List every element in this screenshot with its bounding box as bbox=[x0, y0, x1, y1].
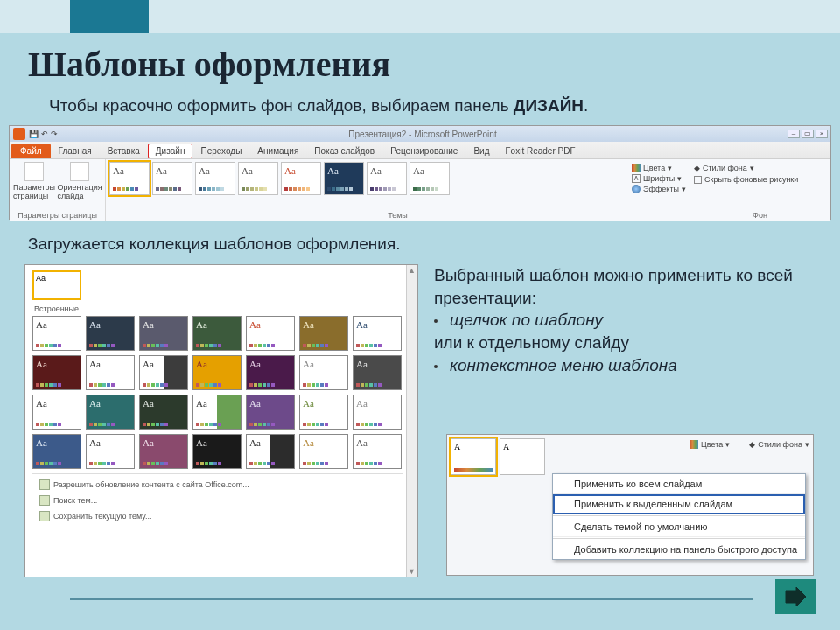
ctx-bgstyles-button[interactable]: ◆Стили фона ▾ bbox=[749, 440, 809, 449]
gallery-theme-thumb[interactable]: Aa bbox=[139, 434, 188, 469]
ribbon-theme-thumb[interactable]: Aa bbox=[152, 162, 192, 195]
menu-add-qat[interactable]: Добавить коллекцию на панель быстрого до… bbox=[553, 540, 805, 559]
ribbon-screenshot: 💾 ↶ ↷ Презентация2 - Microsoft PowerPoin… bbox=[9, 125, 831, 220]
themes-gallery[interactable]: AaAaAaAaAaAaAaAa bbox=[109, 162, 450, 195]
ribbon-tabs: Файл Главная Вставка Дизайн Переходы Ани… bbox=[10, 142, 830, 159]
ctx-colors-button[interactable]: Цвета ▾ bbox=[690, 440, 730, 449]
page-setup-button[interactable]: Параметры страницы bbox=[13, 162, 55, 200]
gallery-theme-thumb[interactable]: Aa bbox=[192, 316, 242, 351]
gallery-theme-thumb[interactable]: Aa bbox=[192, 395, 242, 430]
intro-plain: Чтобы красочно оформить фон слайдов, выб… bbox=[49, 96, 514, 115]
gallery-scrollbar[interactable] bbox=[406, 265, 417, 577]
ribbon-theme-thumb[interactable]: Aa bbox=[195, 162, 235, 195]
gallery-theme-thumb[interactable]: Aa bbox=[86, 355, 135, 390]
colors-icon bbox=[632, 164, 640, 172]
tab-file[interactable]: Файл bbox=[11, 144, 51, 158]
tab-view[interactable]: Вид bbox=[466, 144, 497, 158]
tab-foxit[interactable]: Foxit Reader PDF bbox=[497, 144, 583, 158]
bullet-icon bbox=[434, 365, 438, 368]
gallery-link-office[interactable]: Разрешить обновление контента с сайта Of… bbox=[32, 476, 403, 492]
gallery-theme-thumb[interactable]: Aa bbox=[86, 434, 135, 469]
gallery-theme-thumb[interactable]: Aa bbox=[353, 316, 402, 351]
gallery-theme-thumb[interactable]: Aa bbox=[299, 434, 348, 469]
ribbon-theme-thumb[interactable]: Aa bbox=[109, 162, 150, 195]
fonts-button[interactable]: AШрифты ▾ bbox=[632, 174, 686, 183]
ctx-colors-icon bbox=[690, 440, 698, 449]
gallery-link-browse[interactable]: Поиск тем... bbox=[32, 492, 403, 508]
menu-apply-selected[interactable]: Применить к выделенным слайдам bbox=[553, 494, 805, 514]
gallery-theme-thumb[interactable]: Aa bbox=[353, 355, 402, 390]
ribbon-theme-thumb[interactable]: Aa bbox=[238, 162, 278, 195]
gallery-theme-thumb[interactable]: Aa bbox=[139, 395, 188, 430]
gallery-theme-thumb[interactable]: Aa bbox=[299, 316, 348, 351]
gallery-theme-thumb[interactable]: Aa bbox=[86, 316, 135, 351]
qat-redo-icon: ↷ bbox=[51, 130, 58, 138]
orientation-button[interactable]: Ориентация слайда bbox=[59, 162, 101, 200]
title-bar: 💾 ↶ ↷ Презентация2 - Microsoft PowerPoin… bbox=[10, 126, 830, 142]
ribbon-groups: Параметры страницы Ориентация слайда Пар… bbox=[10, 159, 830, 220]
next-slide-button[interactable] bbox=[775, 579, 816, 614]
gallery-theme-thumb[interactable]: Aa bbox=[32, 316, 81, 351]
ctx-theme[interactable]: A bbox=[500, 438, 545, 475]
ctx-theme-selected[interactable]: A bbox=[451, 438, 496, 475]
gallery-theme-thumb[interactable]: Aa bbox=[246, 434, 295, 469]
gallery-link-save[interactable]: Сохранить текущую тему... bbox=[32, 508, 403, 523]
gallery-theme-thumb[interactable]: Aa bbox=[299, 395, 348, 430]
gallery-theme-thumb[interactable]: Aa bbox=[32, 395, 81, 430]
tab-slideshow[interactable]: Показ слайдов bbox=[306, 144, 382, 158]
right-line1: Выбранный шаблон можно применить ко всей… bbox=[434, 264, 819, 309]
ribbon-theme-thumb[interactable]: Aa bbox=[324, 162, 364, 195]
gallery-current-theme[interactable]: Aa bbox=[32, 270, 81, 300]
gallery-theme-thumb[interactable]: Aa bbox=[192, 355, 242, 390]
gallery-theme-thumb[interactable]: Aa bbox=[353, 395, 402, 430]
colors-button[interactable]: Цвета ▾ bbox=[632, 164, 686, 172]
tab-design[interactable]: Дизайн bbox=[148, 144, 193, 158]
group-label-pagesetup: Параметры страницы bbox=[13, 209, 102, 220]
minimize-icon: – bbox=[788, 130, 800, 138]
gallery-theme-thumb[interactable]: Aa bbox=[299, 355, 348, 390]
effects-button[interactable]: Эффекты ▾ bbox=[632, 185, 686, 193]
gallery-theme-thumb[interactable]: Aa bbox=[246, 316, 295, 351]
group-label-bg: Фон bbox=[694, 209, 826, 220]
ribbon-theme-thumb[interactable]: Aa bbox=[410, 162, 450, 195]
right-text-block: Выбранный шаблон можно применить ко всей… bbox=[434, 264, 819, 376]
slide-bottom-rule bbox=[70, 598, 752, 600]
orientation-icon bbox=[70, 162, 89, 181]
gallery-theme-thumb[interactable]: Aa bbox=[86, 395, 135, 430]
intro-text: Чтобы красочно оформить фон слайдов, выб… bbox=[49, 96, 588, 116]
context-menu-screenshot: A A Цвета ▾ ◆Стили фона ▾ Применить ко в… bbox=[446, 434, 814, 576]
ribbon-theme-thumb[interactable]: Aa bbox=[281, 162, 321, 195]
gallery-theme-thumb[interactable]: Aa bbox=[353, 434, 402, 469]
slide-title: Шаблоны оформления bbox=[28, 44, 390, 85]
menu-apply-all[interactable]: Применить ко всем слайдам bbox=[553, 474, 805, 494]
page-setup-icon bbox=[24, 162, 44, 181]
ctx-bgstyles-icon: ◆ bbox=[749, 440, 755, 449]
gallery-theme-thumb[interactable]: Aa bbox=[246, 395, 295, 430]
gallery-theme-thumb[interactable]: Aa bbox=[139, 316, 188, 351]
gallery-theme-thumb[interactable]: Aa bbox=[32, 355, 81, 390]
tab-transitions[interactable]: Переходы bbox=[192, 144, 249, 158]
themes-gallery-dropdown: Aa Встроенные AaAaAaAaAaAaAaAaAaAaAaAaAa… bbox=[24, 264, 418, 578]
right-bullet1: щелчок по шаблону bbox=[450, 309, 603, 332]
close-icon: × bbox=[816, 130, 828, 138]
gallery-section-builtin: Встроенные bbox=[34, 304, 403, 313]
intro-dot: . bbox=[584, 96, 588, 115]
tab-review[interactable]: Рецензирование bbox=[382, 144, 466, 158]
gallery-theme-thumb[interactable]: Aa bbox=[246, 355, 295, 390]
tab-insert[interactable]: Вставка bbox=[100, 144, 148, 158]
menu-set-default[interactable]: Сделать темой по умолчанию bbox=[553, 517, 805, 537]
context-menu: Применить ко всем слайдам Применить к вы… bbox=[552, 473, 806, 560]
browse-icon bbox=[39, 495, 50, 506]
gallery-theme-thumb[interactable]: Aa bbox=[32, 434, 81, 469]
bg-styles-button[interactable]: ◆Стили фона ▾ bbox=[694, 164, 826, 172]
gallery-theme-thumb[interactable]: Aa bbox=[139, 355, 188, 390]
fonts-icon: A bbox=[632, 174, 640, 183]
tab-home[interactable]: Главная bbox=[51, 144, 100, 158]
tab-animation[interactable]: Анимация bbox=[249, 144, 306, 158]
qat-undo-icon: ↶ bbox=[41, 130, 48, 138]
svg-marker-0 bbox=[786, 587, 806, 606]
hide-bg-checkbox[interactable]: Скрыть фоновые рисунки bbox=[694, 175, 826, 184]
ribbon-theme-thumb[interactable]: Aa bbox=[367, 162, 407, 195]
gallery-theme-thumb[interactable]: Aa bbox=[192, 434, 242, 469]
intro-bold: ДИЗАЙН bbox=[514, 96, 584, 115]
